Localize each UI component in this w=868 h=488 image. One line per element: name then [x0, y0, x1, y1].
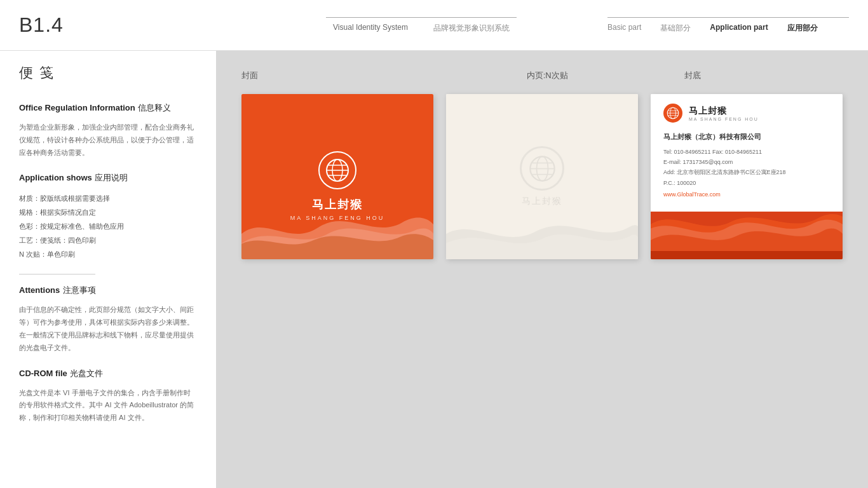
wm-text-cn: 马上封猴 — [522, 196, 562, 207]
back-logo-svg — [666, 106, 680, 120]
wave-svg-inner — [446, 215, 638, 259]
back-pc: P.C.: 100020 — [663, 178, 830, 188]
section3-body: 由于信息的不确定性，此页部分规范（如文字大小、间距等）可作为参考使用，具体可根据… — [19, 304, 197, 354]
sub-item-3: 色彩：按规定标准色、辅助色应用 — [19, 219, 197, 233]
back-website: www.GlobalTrace.com — [663, 191, 830, 198]
header-nav: Visual Identity System 品牌视觉形象识别系统 — [333, 23, 510, 34]
section4-heading-cn: 光盘文件 — [70, 369, 103, 378]
section3-heading-cn: 注意事项 — [63, 285, 96, 295]
card-cover: 马上封猴 MA SHANG FENG HOU — [241, 94, 433, 259]
card-inner-content: 马上封猴 — [446, 94, 638, 259]
section1-heading: Office Regulation Information 信息释义 — [19, 102, 197, 114]
cards-row: 马上封猴 MA SHANG FENG HOU — [241, 94, 843, 259]
section1-heading-en: Office Regulation Information — [19, 103, 135, 112]
content-labels: 封面 内页:N次贴 封底 — [241, 70, 843, 81]
nav-app-cn: 应用部分 — [787, 23, 818, 34]
sub-item-1: 材质：胶版纸或根据需要选择 — [19, 191, 197, 205]
section2-heading-en: Application shows — [19, 173, 92, 182]
wm-icon — [528, 154, 557, 183]
sidebar-divider — [19, 274, 95, 274]
section2-heading-cn: 应用说明 — [95, 173, 128, 182]
back-brand-cn: 马上封猴 — [689, 105, 759, 117]
page-header: B1.4 Visual Identity System 品牌视觉形象识别系统 B… — [0, 0, 868, 51]
section3-heading: Attentions 注意事项 — [19, 284, 197, 296]
wave-decoration-inner — [446, 215, 638, 259]
section4-heading: CD-ROM file 光盘文件 — [19, 367, 197, 379]
section4-body: 光盘文件是本 VI 手册电子文件的集合，内含手册制作时的专用软件格式文件。其中 … — [19, 387, 197, 424]
back-brand-en: MA SHANG FENG HOU — [689, 117, 759, 121]
back-company: 马上封猴（北京）科技有限公司 — [663, 132, 830, 142]
back-logo-icon — [663, 104, 682, 123]
nav-cn: 品牌视觉形象识别系统 — [433, 23, 510, 34]
sub-item-5: N 次贴：单色印刷 — [19, 247, 197, 261]
section1-heading-cn: 信息释义 — [138, 103, 171, 112]
label-inner: 内页:N次贴 — [527, 70, 685, 81]
section4-heading-en: CD-ROM file — [19, 369, 67, 378]
sidebar: 便 笺 Office Regulation Information 信息释义 为… — [0, 51, 216, 488]
card-cover-content: 马上封猴 MA SHANG FENG HOU — [241, 94, 433, 259]
header-left: B1.4 — [19, 13, 235, 37]
label-back: 封底 — [684, 70, 843, 81]
sub-item-4: 工艺：便笺纸：四色印刷 — [19, 233, 197, 247]
section2-heading: Application shows 应用说明 — [19, 172, 197, 184]
card-back-content: 马上封猴 MA SHANG FENG HOU 马上封猴（北京）科技有限公司 Te… — [651, 94, 843, 259]
content-area: 封面 内页:N次贴 封底 — [216, 51, 868, 488]
wave-svg-back — [651, 212, 843, 259]
card-back-top: 马上封猴 MA SHANG FENG HOU 马上封猴（北京）科技有限公司 Te… — [651, 94, 843, 212]
card-back: 马上封猴 MA SHANG FENG HOU 马上封猴（北京）科技有限公司 Te… — [651, 94, 843, 259]
header-right-divider — [607, 17, 849, 18]
header-top-divider — [326, 17, 517, 18]
nav-basic-en: Basic part — [607, 23, 641, 34]
logo-icon — [325, 158, 350, 183]
wave-decoration-cover — [241, 208, 433, 259]
back-info: Tel: 010-84965211 Fax: 010-84965211 E-ma… — [663, 147, 830, 188]
card-inner: 马上封猴 — [446, 94, 638, 259]
nav-basic-cn: 基础部分 — [660, 23, 691, 34]
back-tel: Tel: 010-84965211 Fax: 010-84965211 — [663, 147, 830, 157]
header-right-nav: Basic part 基础部分 Application part 应用部分 — [607, 23, 818, 34]
main-content: 便 笺 Office Regulation Information 信息释义 为… — [0, 51, 868, 488]
nav-app-en: Application part — [710, 23, 768, 34]
logo-circle — [318, 151, 356, 189]
card-back-bottom — [651, 212, 843, 259]
header-right: Basic part 基础部分 Application part 应用部分 — [607, 17, 849, 34]
wave-svg-cover — [241, 208, 433, 259]
svg-rect-16 — [651, 251, 843, 259]
sidebar-title: 便 笺 — [19, 64, 197, 83]
section2-items: 材质：胶版纸或根据需要选择 规格：根据实际情况自定 色彩：按规定标准色、辅助色应… — [19, 191, 197, 261]
back-brand-info: 马上封猴 MA SHANG FENG HOU — [689, 105, 759, 121]
wm-circle — [520, 146, 564, 191]
section1-body: 为塑造企业新形象，加强企业内部管理，配合企业商务礼仪规范，特设计各种办公系统用品… — [19, 121, 197, 159]
nav-en: Visual Identity System — [333, 23, 408, 34]
back-address: Add: 北京市朝阳区北清东路静书C区公寓E座218 — [663, 167, 830, 177]
back-logo-row: 马上封猴 MA SHANG FENG HOU — [663, 104, 830, 123]
watermark-logo: 马上封猴 — [520, 146, 564, 207]
header-right-section: Basic part 基础部分 Application part 应用部分 — [607, 17, 849, 34]
back-email: E-mail: 17317345@qq.com — [663, 157, 830, 167]
page-number: B1.4 — [19, 13, 235, 37]
label-cover: 封面 — [241, 70, 400, 81]
header-center: Visual Identity System 品牌视觉形象识别系统 — [235, 17, 607, 34]
sub-item-2: 规格：根据实际情况自定 — [19, 205, 197, 219]
section3-heading-en: Attentions — [19, 285, 60, 295]
